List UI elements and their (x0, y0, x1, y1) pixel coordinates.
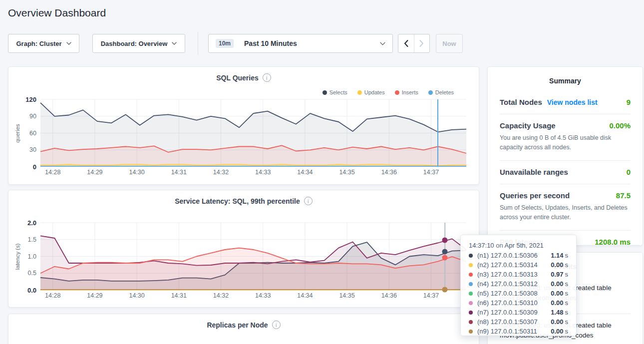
legend-label: Updates (364, 89, 385, 95)
legend-dot (395, 90, 399, 95)
chevron-down-icon (380, 42, 385, 45)
node-color-dot (469, 330, 473, 334)
node-latency-value: 0.00 (551, 280, 563, 288)
node-color-dot (469, 263, 473, 267)
chart-title: Service Latency: SQL, 99th percentile (175, 197, 300, 205)
summary-metric-value: 1208.0 ms (595, 238, 631, 246)
y-tick-label: 1.0 (28, 253, 36, 260)
node-latency-value: 0.00 (551, 261, 563, 269)
view-nodes-list-link[interactable]: View nodes list (547, 98, 598, 106)
summary-row: Total NodesView nodes list9 (500, 91, 631, 114)
chart-title: SQL Queries (216, 74, 259, 82)
sql-queries-panel: SQL Queries i SelectsUpdatesInsertsDelet… (8, 66, 479, 185)
summary-metric-label: Total Nodes (500, 98, 542, 106)
x-tick-label: 14:34 (297, 292, 313, 299)
y-tick-label: 0.0 (27, 287, 36, 294)
hover-data-point (442, 255, 448, 260)
legend-item-selects[interactable]: Selects (322, 89, 347, 95)
legend-item-updates[interactable]: Updates (357, 89, 385, 95)
time-range-badge: 10m (216, 39, 234, 48)
tooltip-node-row: (n3) 127.0.0.1:503130.97s (469, 271, 568, 278)
page-title: Overview Dashboard (8, 7, 106, 19)
node-latency-unit: s (565, 299, 569, 307)
legend-item-deletes[interactable]: Deletes (428, 89, 454, 95)
node-address: (n6) 127.0.0.1:50310 (477, 299, 548, 307)
summary-row: Capacity Usage0.00%You are using 0 B of … (500, 114, 631, 160)
x-tick-label: 14:34 (297, 169, 313, 176)
x-tick-label: 14:32 (213, 292, 229, 299)
prev-time-button[interactable] (398, 34, 414, 52)
chevron-down-icon (66, 42, 71, 45)
next-time-button[interactable] (414, 34, 430, 52)
node-address: (n9) 127.0.0.1:50311 (477, 328, 548, 335)
node-color-dot (469, 301, 473, 305)
node-latency-unit: s (565, 318, 569, 326)
node-color-dot (469, 311, 473, 315)
node-latency-unit: s (565, 328, 569, 335)
x-tick-label: 14:31 (171, 169, 187, 176)
service-latency-panel: Service Latency: SQL, 99th percentile i … (8, 190, 479, 308)
node-latency-value: 0.00 (551, 290, 563, 297)
x-tick-label: 14:35 (339, 169, 354, 176)
now-button[interactable]: Now (436, 34, 463, 53)
x-tick-label: 14:33 (255, 169, 271, 176)
summary-metric-description: You are using 0 B of 4.5 GiB usable disk… (500, 133, 631, 153)
node-latency-value: 1.48 (551, 309, 563, 316)
chevron-left-icon (404, 40, 408, 47)
node-color-dot (469, 320, 473, 324)
y-tick-label: 120 (25, 96, 36, 103)
info-icon[interactable]: i (263, 73, 271, 82)
summary-metric-label: Capacity Usage (500, 121, 556, 130)
y-tick-label: 0 (33, 163, 36, 171)
info-icon[interactable]: i (272, 321, 281, 329)
tooltip-node-row: (n6) 127.0.0.1:503100.00s (469, 299, 568, 307)
node-latency-value: 0.00 (551, 328, 563, 335)
x-axis-ticks: 14:2814:2914:3014:3114:3214:3314:3414:35… (40, 292, 466, 300)
summary-panel: Summary Total NodesView nodes list9Capac… (487, 66, 643, 246)
y-tick-label: 60 (29, 130, 36, 137)
time-range-dropdown[interactable]: 10m Past 10 Minutes (208, 34, 393, 53)
y-axis-ticks: 0306090120 (8, 99, 36, 167)
summary-title: Summary (500, 67, 631, 91)
node-latency-unit: s (565, 290, 569, 297)
service-latency-plot[interactable] (40, 223, 466, 290)
node-address: (n5) 127.0.0.1:50308 (477, 290, 548, 297)
node-color-dot (469, 282, 473, 286)
node-address: (n2) 127.0.0.1:50314 (477, 261, 548, 269)
summary-metric-value: 0.00% (609, 121, 631, 130)
tooltip-node-row: (n2) 127.0.0.1:503140.00s (469, 261, 568, 269)
summary-row-header: Queries per second87.5 (500, 191, 631, 200)
sql-queries-plot[interactable] (40, 99, 466, 167)
node-address: (n7) 127.0.0.1:50309 (477, 309, 548, 316)
node-latency-unit: s (565, 271, 569, 278)
y-tick-label: 90 (29, 113, 36, 120)
node-latency-value: 0.97 (551, 271, 563, 278)
info-icon[interactable]: i (304, 197, 313, 205)
node-latency-value: 0.00 (551, 299, 563, 307)
node-address: (n4) 127.0.0.1:50312 (477, 280, 548, 288)
x-tick-label: 14:32 (213, 169, 229, 176)
dashboard-dropdown[interactable]: Dashboard: Overview (92, 34, 185, 53)
node-address: (n3) 127.0.0.1:50313 (477, 271, 548, 278)
node-address: (n1) 127.0.0.1:50306 (477, 252, 548, 259)
summary-metric-label: Unavailable ranges (500, 168, 568, 176)
chart-legend: SelectsUpdatesInsertsDeletes (322, 89, 454, 95)
summary-metric-value: 87.5 (616, 191, 631, 200)
node-color-dot (469, 273, 473, 277)
legend-dot (428, 90, 433, 95)
tooltip-node-row: (n4) 127.0.0.1:503120.00s (469, 280, 568, 288)
node-address: (n8) 127.0.0.1:50307 (477, 318, 548, 326)
graph-dropdown-label: Graph: Cluster (16, 40, 61, 47)
legend-dot (357, 90, 362, 95)
y-tick-label: 0.5 (28, 270, 36, 277)
legend-dot (322, 90, 327, 95)
graph-dropdown[interactable]: Graph: Cluster (8, 34, 79, 53)
x-tick-label: 14:28 (45, 169, 60, 176)
tooltip-timestamp: 14:37:10 on Apr 5th, 2021 (469, 242, 568, 249)
chart-title: Replicas per Node (207, 321, 268, 329)
x-tick-label: 14:36 (381, 169, 397, 176)
time-range-label: Past 10 Minutes (244, 39, 297, 47)
legend-item-inserts[interactable]: Inserts (395, 89, 418, 95)
x-tick-label: 14:29 (87, 169, 102, 176)
y-tick-label: 1.5 (28, 236, 36, 243)
